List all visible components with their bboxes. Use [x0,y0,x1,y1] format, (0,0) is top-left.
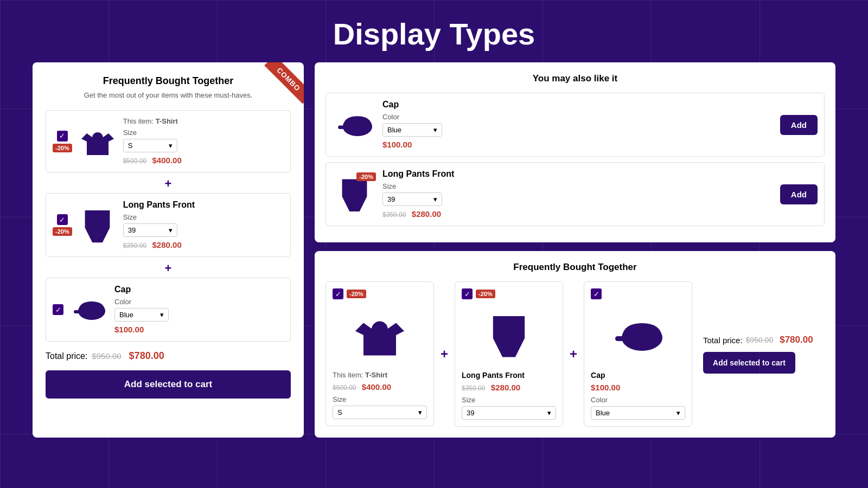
hfbt-total-original: $950.00 [746,336,774,344]
tshirt-image [79,123,117,160]
left-card-title: Frequently Bought Together [46,75,291,87]
plus-1: + [46,177,291,191]
left-add-to-cart-button[interactable]: Add selected to cart [46,370,291,399]
tshirt-size-label: Size [123,129,284,137]
main-layout: COMBO Frequently Bought Together Get the… [0,62,868,438]
plus-2: + [46,261,291,275]
also-like-pants-size-label: Size [382,182,774,190]
checkbox-area-2: ✓ -20% [53,214,72,236]
hfbt-item-tshirt: ✓ -20% This item: T-Shirt $500.00 $400.0… [326,281,434,426]
hfbt-pants-orig: $350.00 [462,384,485,392]
hfbt-pants-price: $350.00 $280.00 [462,383,556,393]
also-like-cap-image [333,103,376,146]
also-like-cap-sale-price: $100.00 [382,140,412,149]
also-like-pants-price: $350.00 $280.00 [382,209,774,219]
hfbt-total-label: Total price: [703,336,743,345]
left-product-row-tshirt: ✓ -20% This item: T-Shirt Size S▾ $500.0… [46,110,291,172]
hfbt-tshirt-image [333,303,427,368]
hfbt-pants-image [462,303,556,368]
hfbt-tshirt-price: $500.00 $400.00 [333,382,427,392]
also-like-pants-original-price: $350.00 [382,211,406,219]
hfbt-cb-row-tshirt: ✓ -20% [333,288,427,299]
ribbon-label: COMBO [264,62,304,104]
hfbt-pants-sale: $280.00 [491,383,520,392]
checkbox-cap[interactable]: ✓ [53,304,63,315]
hfbt-checkbox-tshirt[interactable]: ✓ [333,288,343,299]
also-like-pants-discount: -20% [356,172,376,181]
cap-sale-price: $100.00 [114,325,144,334]
combo-ribbon: COMBO [255,62,304,111]
left-total-original: $950.00 [92,351,121,361]
tshirt-info: This item: T-Shirt Size S▾ $500.00 $400.… [123,117,284,165]
checkbox-area-3: ✓ [53,304,63,315]
also-like-pants-size-select[interactable]: 39▾ [382,192,442,206]
pants-original-price: $350.00 [123,242,146,249]
cap-color-select[interactable]: Blue▾ [114,308,169,322]
left-total-row: Total price: $950.00 $780.00 [46,350,291,362]
page-title: Display Types [0,0,868,62]
hfbt-pants-size-label: Size [462,396,556,404]
tshirt-sale-price: $400.00 [152,156,182,165]
also-like-pants-info: Long Pants Front Size 39▾ $350.00 $280.0… [382,169,774,219]
also-like-cap-price: $100.00 [382,140,774,150]
hfbt-cap-color-label: Color [591,396,685,404]
pants-image [79,206,117,244]
tshirt-label: This item: T-Shirt [123,117,284,125]
hfbt-pants-name: Long Pants Front [462,371,556,380]
left-card-subtitle: Get the most out of your items with thes… [46,91,291,99]
hfbt-item-pants: ✓ -20% Long Pants Front $350.00 $280.00 … [455,281,563,427]
cap-image [70,291,108,329]
hfbt-total-text: Total price: $950.00 $780.00 [703,335,813,345]
hfbt-discount-pants: -20% [476,290,495,298]
also-like-cap-color-label: Color [382,113,774,121]
also-like-cap-info: Cap Color Blue▾ $100.00 [382,100,774,150]
pants-name: Long Pants Front [123,200,284,210]
left-card-fbt: COMBO Frequently Bought Together Get the… [33,62,304,438]
right-column: You may also like it Cap Color Blue▾ $10… [315,62,835,438]
left-product-row-cap: ✓ Cap Color Blue▾ $100.00 [46,278,291,342]
hfbt-tshirt-label: This item: T-Shirt [333,371,427,379]
also-like-item-pants: -20% Long Pants Front Size 39▾ $350.00 $… [326,162,825,226]
hfbt-add-selected-button[interactable]: Add selected to cart [703,352,795,374]
left-total-label: Total price: [46,351,87,361]
hfbt-tshirt-orig: $500.00 [333,384,356,391]
checkbox-tshirt[interactable]: ✓ [57,131,68,142]
hfbt-plus-1: + [434,346,455,362]
left-product-row-pants: ✓ -20% Long Pants Front Size 39▾ $350.00… [46,193,291,257]
also-like-title: You may also like it [326,73,825,84]
also-like-pants-name: Long Pants Front [382,169,774,179]
hfbt-items-row: ✓ -20% This item: T-Shirt $500.00 $400.0… [326,281,825,427]
hfbt-cap-sale: $100.00 [591,383,620,392]
checkbox-pants[interactable]: ✓ [57,214,68,225]
hfbt-title: Frequently Bought Together [326,262,825,273]
also-like-pants-add-button[interactable]: Add [780,184,818,204]
cap-info: Cap Color Blue▾ $100.00 [114,285,284,335]
tshirt-price-row: $500.00 $400.00 [123,156,284,165]
hfbt-plus-2: + [563,346,584,362]
pants-size-select[interactable]: 39▾ [123,223,177,237]
hfbt-tshirt-size-select[interactable]: S▾ [333,406,427,419]
checkbox-area-1: ✓ -20% [53,131,72,152]
hfbt-checkbox-pants[interactable]: ✓ [462,288,473,299]
also-like-cap-add-button[interactable]: Add [780,115,818,135]
tshirt-size-select[interactable]: S▾ [123,139,177,152]
hfbt-cap-name: Cap [591,371,685,380]
also-like-cap-name: Cap [382,100,774,110]
pants-sale-price: $280.00 [152,240,182,249]
hfbt-total-col: Total price: $950.00 $780.00 Add selecte… [692,335,813,374]
hfbt-pants-size-select[interactable]: 39▾ [462,406,556,420]
cap-color-label: Color [114,298,284,306]
tshirt-original-price: $500.00 [123,157,146,165]
hfbt-tshirt-sale: $400.00 [362,382,391,391]
cap-price-row: $100.00 [114,325,284,335]
hfbt-tshirt-size-label: Size [333,395,427,403]
pants-price-row: $350.00 $280.00 [123,240,284,250]
hfbt-cap-color-select[interactable]: Blue▾ [591,406,685,420]
hfbt-cb-row-cap: ✓ [591,288,685,299]
also-like-cap-color-select[interactable]: Blue▾ [382,123,442,137]
horizontal-fbt-card: Frequently Bought Together ✓ -20% This i… [315,251,835,438]
also-like-item-cap: Cap Color Blue▾ $100.00 Add [326,93,825,157]
hfbt-checkbox-cap[interactable]: ✓ [591,288,602,299]
hfbt-item-cap: ✓ Cap $100.00 Color Blue▾ [584,281,692,427]
cap-name: Cap [114,285,284,294]
